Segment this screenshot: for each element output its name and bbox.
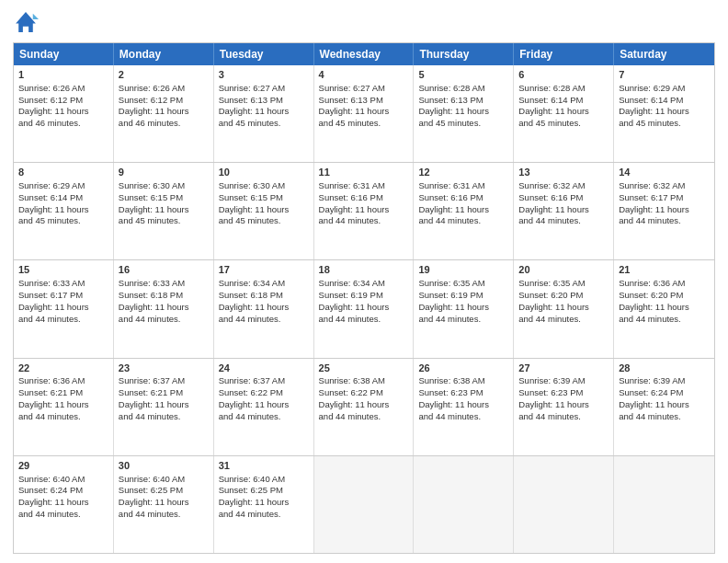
day-cell-2: 2Sunrise: 6:26 AMSunset: 6:12 PMDaylight… (114, 65, 214, 162)
weekday-header-friday: Friday (514, 43, 614, 65)
day-cell-16: 16Sunrise: 6:33 AMSunset: 6:18 PMDayligh… (114, 260, 214, 357)
empty-cell (614, 456, 714, 553)
day-info-line: and 44 minutes. (119, 411, 209, 423)
day-info-line: Sunrise: 6:28 AM (518, 83, 609, 95)
day-info-line: and 44 minutes. (418, 411, 508, 423)
day-info-line: and 45 minutes. (518, 118, 609, 130)
day-info-line: Sunset: 6:25 PM (219, 485, 309, 497)
day-cell-11: 11Sunrise: 6:31 AMSunset: 6:16 PMDayligh… (314, 163, 415, 259)
day-info-line: Sunrise: 6:40 AM (119, 474, 209, 486)
day-info-line: Sunset: 6:13 PM (319, 95, 409, 107)
day-info-line: Sunrise: 6:36 AM (18, 375, 108, 387)
day-number: 29 (18, 459, 108, 473)
day-info-line: Sunrise: 6:29 AM (18, 180, 108, 192)
day-cell-17: 17Sunrise: 6:34 AMSunset: 6:18 PMDayligh… (214, 260, 314, 357)
day-info-line: Sunrise: 6:26 AM (119, 83, 209, 95)
day-info-line: Sunrise: 6:33 AM (119, 278, 209, 290)
day-number: 25 (319, 362, 409, 375)
day-info-line: Sunset: 6:12 PM (18, 95, 108, 107)
day-info-line: Daylight: 11 hours (418, 399, 508, 411)
day-info-line: Sunset: 6:23 PM (518, 387, 609, 399)
day-info-line: Sunrise: 6:37 AM (119, 375, 209, 387)
day-cell-24: 24Sunrise: 6:37 AMSunset: 6:22 PMDayligh… (214, 359, 314, 455)
day-info-line: Daylight: 11 hours (219, 204, 309, 216)
day-info-line: Daylight: 11 hours (418, 302, 508, 314)
day-cell-14: 14Sunrise: 6:32 AMSunset: 6:17 PMDayligh… (614, 163, 714, 259)
day-info-line: and 45 minutes. (418, 118, 508, 130)
weekday-header-saturday: Saturday (614, 43, 714, 65)
day-info-line: Sunset: 6:18 PM (119, 290, 209, 302)
day-info-line: Daylight: 11 hours (319, 204, 409, 216)
day-cell-22: 22Sunrise: 6:36 AMSunset: 6:21 PMDayligh… (14, 359, 114, 455)
day-info-line: Sunset: 6:21 PM (119, 387, 209, 399)
day-info-line: Sunrise: 6:28 AM (418, 83, 508, 95)
day-info-line: Sunrise: 6:35 AM (518, 278, 609, 290)
day-number: 23 (119, 362, 209, 375)
day-info-line: and 44 minutes. (219, 411, 309, 423)
calendar: SundayMondayTuesdayWednesdayThursdayFrid… (13, 42, 715, 554)
day-cell-28: 28Sunrise: 6:39 AMSunset: 6:24 PMDayligh… (614, 359, 714, 455)
day-info-line: Sunset: 6:13 PM (219, 95, 309, 107)
day-info-line: Sunrise: 6:29 AM (619, 83, 710, 95)
day-number: 9 (119, 166, 209, 179)
empty-cell (314, 456, 415, 553)
calendar-header: SundayMondayTuesdayWednesdayThursdayFrid… (14, 43, 714, 65)
day-info-line: Sunrise: 6:37 AM (219, 375, 309, 387)
day-info-line: Daylight: 11 hours (18, 106, 108, 118)
day-info-line: Sunset: 6:14 PM (18, 192, 108, 204)
day-info-line: Sunrise: 6:27 AM (319, 83, 409, 95)
day-info-line: Sunset: 6:17 PM (619, 192, 710, 204)
day-number: 27 (518, 362, 609, 375)
day-info-line: Sunset: 6:19 PM (418, 290, 508, 302)
day-info-line: Sunset: 6:16 PM (418, 192, 508, 204)
day-cell-18: 18Sunrise: 6:34 AMSunset: 6:19 PMDayligh… (314, 260, 415, 357)
day-cell-9: 9Sunrise: 6:30 AMSunset: 6:15 PMDaylight… (114, 163, 214, 259)
day-number: 13 (518, 166, 609, 179)
day-info-line: Sunrise: 6:31 AM (418, 180, 508, 192)
day-info-line: Sunrise: 6:32 AM (518, 180, 609, 192)
day-info-line: and 44 minutes. (319, 411, 409, 423)
day-info-line: Daylight: 11 hours (219, 302, 309, 314)
day-info-line: Sunrise: 6:39 AM (518, 375, 609, 387)
day-cell-7: 7Sunrise: 6:29 AMSunset: 6:14 PMDaylight… (614, 65, 714, 162)
day-number: 1 (18, 68, 108, 82)
day-info-line: Daylight: 11 hours (119, 302, 209, 314)
weekday-header-wednesday: Wednesday (314, 43, 415, 65)
day-cell-30: 30Sunrise: 6:40 AMSunset: 6:25 PMDayligh… (114, 456, 214, 553)
day-info-line: and 45 minutes. (119, 215, 209, 227)
day-number: 3 (219, 68, 309, 82)
day-info-line: and 44 minutes. (518, 411, 609, 423)
day-info-line: Sunset: 6:22 PM (319, 387, 409, 399)
day-info-line: Daylight: 11 hours (619, 204, 710, 216)
day-info-line: Sunrise: 6:32 AM (619, 180, 710, 192)
empty-cell (514, 456, 614, 553)
day-info-line: Daylight: 11 hours (319, 302, 409, 314)
day-number: 20 (518, 263, 609, 277)
day-number: 19 (418, 263, 508, 277)
day-info-line: Sunset: 6:13 PM (418, 95, 508, 107)
day-info-line: and 44 minutes. (518, 314, 609, 326)
svg-marker-0 (16, 12, 36, 32)
day-number: 15 (18, 263, 108, 277)
empty-cell (414, 456, 514, 553)
day-info-line: and 44 minutes. (619, 411, 710, 423)
day-cell-13: 13Sunrise: 6:32 AMSunset: 6:16 PMDayligh… (514, 163, 614, 259)
day-info-line: Sunset: 6:17 PM (18, 290, 108, 302)
day-info-line: Sunset: 6:23 PM (418, 387, 508, 399)
day-info-line: Daylight: 11 hours (18, 302, 108, 314)
day-info-line: and 44 minutes. (119, 314, 209, 326)
day-cell-3: 3Sunrise: 6:27 AMSunset: 6:13 PMDaylight… (214, 65, 314, 162)
day-info-line: and 44 minutes. (319, 314, 409, 326)
day-cell-26: 26Sunrise: 6:38 AMSunset: 6:23 PMDayligh… (414, 359, 514, 455)
day-info-line: Daylight: 11 hours (119, 106, 209, 118)
day-info-line: Sunset: 6:12 PM (119, 95, 209, 107)
day-info-line: Sunset: 6:18 PM (219, 290, 309, 302)
day-number: 5 (418, 68, 508, 82)
day-info-line: Sunset: 6:14 PM (619, 95, 710, 107)
day-info-line: Sunrise: 6:35 AM (418, 278, 508, 290)
day-info-line: Daylight: 11 hours (418, 106, 508, 118)
day-info-line: Daylight: 11 hours (518, 302, 609, 314)
day-cell-6: 6Sunrise: 6:28 AMSunset: 6:14 PMDaylight… (514, 65, 614, 162)
day-number: 18 (319, 263, 409, 277)
day-info-line: and 44 minutes. (18, 411, 108, 423)
